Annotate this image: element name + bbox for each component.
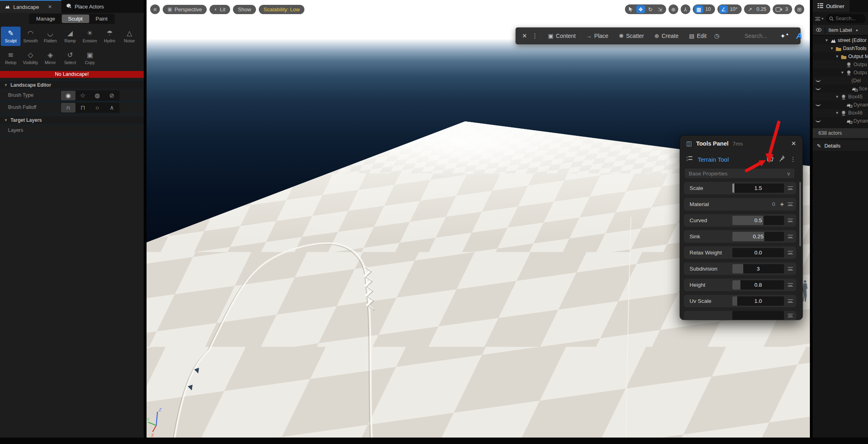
3d-viewport[interactable]: Z Y X ≡ ▣ Perspective ◐ Lit Show Scalabi… [147, 0, 811, 438]
uv-scale-slider[interactable]: 1.0 [732, 296, 784, 306]
perspective-button[interactable]: ▣ Perspective [163, 5, 207, 14]
panel-kebab-icon[interactable]: ⋮ [790, 156, 796, 163]
grid-snap-button[interactable]: ▦ [694, 5, 703, 13]
brush-option-slash[interactable]: ⊘ [105, 91, 119, 100]
material-value-area[interactable]: 0 + [732, 200, 784, 209]
outliner-item-outpu[interactable]: ▼ Outpu [813, 69, 868, 77]
hidden-eye-icon[interactable] [816, 103, 821, 106]
base-properties-section[interactable]: Base Properties ∨ [685, 169, 795, 178]
section-landscape-editor[interactable]: ▼ Landscape Editor [0, 81, 144, 89]
sparkles-icon[interactable]: ✦✦ [780, 32, 789, 40]
scale-snap-value[interactable]: 0.25 [755, 6, 769, 12]
property-menu-icon[interactable] [788, 283, 793, 287]
brush-option-linear[interactable]: ⊓ [75, 103, 90, 113]
property-menu-icon[interactable] [788, 235, 793, 238]
property-menu-icon[interactable] [788, 299, 793, 303]
toolbar-search-input[interactable]: Search... [744, 33, 767, 39]
expand-chevron-icon[interactable]: ▼ [835, 93, 839, 101]
outliner-item-dynami[interactable]: c Dynami [813, 117, 868, 125]
tools-panel-header[interactable]: ◫ Tools Panel 7ms ✕ [680, 135, 803, 152]
angle-snap-button[interactable]: ∠ [719, 5, 728, 13]
tool-flatten[interactable]: ◡ Flatten [40, 27, 60, 46]
outliner-item-box46[interactable]: ▼ Box46 [813, 109, 868, 117]
select-tool-button[interactable] [627, 5, 635, 13]
tab-landscape[interactable]: Landscape ✕ [0, 0, 61, 13]
outliner-item-street-editor[interactable]: ▼ street (Editor [813, 36, 868, 44]
brush-option-tip[interactable]: ∧ [105, 103, 119, 113]
expand-chevron-icon[interactable]: ▼ [835, 109, 839, 117]
relax-weight-slider[interactable]: 0.0 [732, 248, 784, 257]
outliner-item--del[interactable]: (Del [813, 77, 868, 85]
toolbar-content-button[interactable]: ▣ Content [545, 33, 579, 39]
scalability-badge[interactable]: Scalability: Low [259, 5, 305, 14]
panel-scrollbar[interactable] [799, 182, 801, 246]
sink-slider[interactable]: 0.25 [732, 232, 784, 241]
section-target-layers[interactable]: ▼ Target Layers [0, 116, 144, 124]
outliner-item-dashtools[interactable]: ▼ DashTools [813, 44, 868, 52]
tool-visibility[interactable]: ◇ Visibility [21, 48, 40, 68]
outliner-item-dynami[interactable]: c Dynami [813, 101, 868, 109]
outliner-search-input[interactable]: Search... [826, 14, 866, 23]
angle-snap-value[interactable]: 10° [729, 6, 740, 12]
subdivision-slider[interactable]: 3 [732, 264, 784, 273]
close-panel-icon[interactable]: ✕ [791, 140, 796, 147]
tool-erosion[interactable]: ☀ Erosion [80, 27, 100, 46]
tab-details[interactable]: ✎ Details [813, 140, 868, 151]
close-tab-icon[interactable]: ✕ [48, 4, 52, 10]
world-space-button[interactable]: ⊕ [669, 4, 678, 14]
scale-slider[interactable]: 1.5 [732, 183, 784, 193]
maximize-viewport-button[interactable]: ⊞ [795, 4, 804, 14]
dash-logo[interactable]: A [796, 31, 802, 41]
tool-sculpt[interactable]: ✎ Sculpt [1, 27, 21, 46]
add-material-icon[interactable]: + [780, 201, 784, 208]
terrain-tool-label[interactable]: Terrain Tool [698, 156, 729, 163]
toolbar-place-button[interactable]: → Place [583, 33, 612, 39]
lit-mode-button[interactable]: ◐ Lit [210, 5, 230, 14]
camera-speed-button[interactable] [774, 5, 783, 13]
pin-icon[interactable] [779, 155, 785, 163]
tool-smooth[interactable]: ◠ Smooth [21, 27, 40, 46]
rotate-tool-button[interactable]: ↻ [646, 5, 655, 13]
hidden-eye-icon[interactable] [816, 79, 821, 82]
outliner-item-box45[interactable]: ▼ Box45 [813, 93, 868, 101]
panel-divider[interactable] [144, 0, 147, 438]
brush-option-pattern[interactable]: ◍ [90, 91, 105, 100]
move-tool-button[interactable]: ✥ [636, 5, 645, 13]
outliner-item-outpu[interactable]: Outpu [813, 60, 868, 69]
mode-sculpt[interactable]: Sculpt [62, 15, 89, 23]
local-space-button[interactable]: ⅄ [681, 4, 690, 14]
brush-option-smooth[interactable]: ∩ [61, 103, 75, 113]
expand-chevron-icon[interactable]: ▼ [825, 36, 828, 44]
toolbar-scatter-button[interactable]: ❋ Scatter [615, 33, 648, 39]
expand-chevron-icon[interactable]: ▼ [841, 69, 844, 77]
scale-tool-button[interactable]: ⇲ [656, 5, 665, 13]
expand-chevron-icon[interactable]: ▼ [835, 52, 839, 60]
tool-hydro[interactable]: ☂ Hydro [100, 27, 120, 46]
tool-retop[interactable]: ≋ Retop [1, 48, 21, 68]
brush-option-circle[interactable]: ◉ [61, 91, 75, 100]
tab-place-actors[interactable]: Place Actors [61, 0, 109, 13]
expand-chevron-icon[interactable]: ▼ [830, 44, 834, 52]
camera-speed-value[interactable]: 3 [784, 6, 790, 12]
tool-select[interactable]: ↺ Select [60, 48, 80, 68]
toolbar-create-button[interactable]: ⊕ Create [651, 33, 682, 39]
mode-manage[interactable]: Manage [30, 15, 62, 23]
tab-outliner[interactable]: Outliner [813, 0, 849, 12]
item-label-header[interactable]: Item Label [828, 27, 852, 33]
outliner-column-header[interactable]: Item Label ▲ [813, 25, 868, 35]
toolbar-edit-button[interactable]: ▤ Edit [686, 33, 710, 39]
property-menu-icon[interactable] [788, 251, 793, 254]
close-toolbar-icon[interactable]: ✕ [522, 32, 527, 40]
tool-mirror[interactable]: ◈ Mirror [40, 48, 60, 68]
history-icon[interactable]: ◷ [714, 32, 719, 40]
hidden-eye-icon[interactable] [816, 87, 821, 90]
brush-option-sphere[interactable]: ○ [90, 103, 105, 113]
visibility-eye-icon[interactable] [816, 27, 822, 33]
height-slider[interactable]: 0.8 [732, 280, 784, 290]
outliner-item-sce[interactable]: c Sce [813, 85, 868, 93]
basket-preset-icon[interactable] [766, 155, 774, 163]
tool-ramp[interactable]: ◢ Ramp [60, 27, 80, 46]
tool-copy[interactable]: ▣ Copy [80, 48, 100, 68]
distant-character-figure[interactable] [802, 279, 808, 304]
scale-snap-button[interactable]: ↗ [746, 5, 755, 13]
